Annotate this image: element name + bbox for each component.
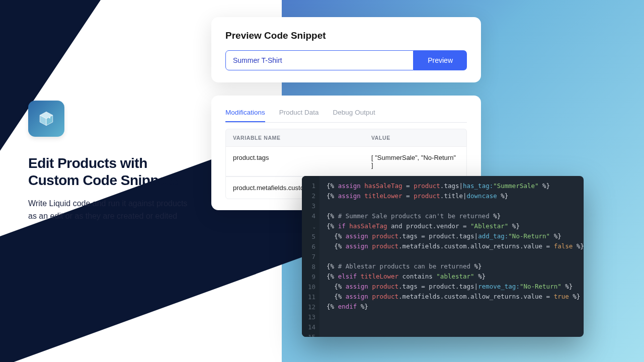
line-gutter: 1234⌄ 567891011121314151617: [302, 176, 319, 337]
page-subtitle: Write Liquid code and run it against pro…: [28, 198, 194, 223]
col-header-name: VARIABLE NAME: [226, 129, 364, 146]
app-icon: [28, 101, 64, 137]
col-header-value: VALUE: [364, 129, 466, 146]
code-content[interactable]: {% assign hasSaleTag = product.tags|has_…: [319, 176, 584, 337]
table-row: product.tags [ "SummerSale", "No-Return"…: [225, 146, 467, 176]
left-column: Edit Products with Custom Code Snippets …: [28, 101, 194, 223]
cell-var-name: product.tags: [226, 147, 364, 176]
preview-card-title: Preview Code Snippet: [225, 30, 467, 41]
svg-point-3: [49, 117, 51, 119]
page-title: Edit Products with Custom Code Snippets: [28, 155, 194, 189]
preview-button[interactable]: Preview: [414, 50, 467, 70]
tab-debug-output[interactable]: Debug Output: [333, 106, 375, 122]
tab-product-data[interactable]: Product Data: [279, 106, 319, 122]
tab-modifications[interactable]: Modifications: [225, 106, 265, 122]
tabs: Modifications Product Data Debug Output: [225, 106, 467, 123]
search-row: Preview: [225, 50, 467, 70]
table-header: VARIABLE NAME VALUE: [225, 129, 467, 146]
cell-var-value: [ "SummerSale", "No-Return" ]: [364, 147, 466, 176]
search-input[interactable]: [225, 50, 414, 70]
code-editor[interactable]: 1234⌄ 567891011121314151617 {% assign ha…: [302, 176, 584, 337]
preview-card: Preview Code Snippet Preview: [211, 17, 481, 82]
cube-icon: [38, 110, 55, 127]
